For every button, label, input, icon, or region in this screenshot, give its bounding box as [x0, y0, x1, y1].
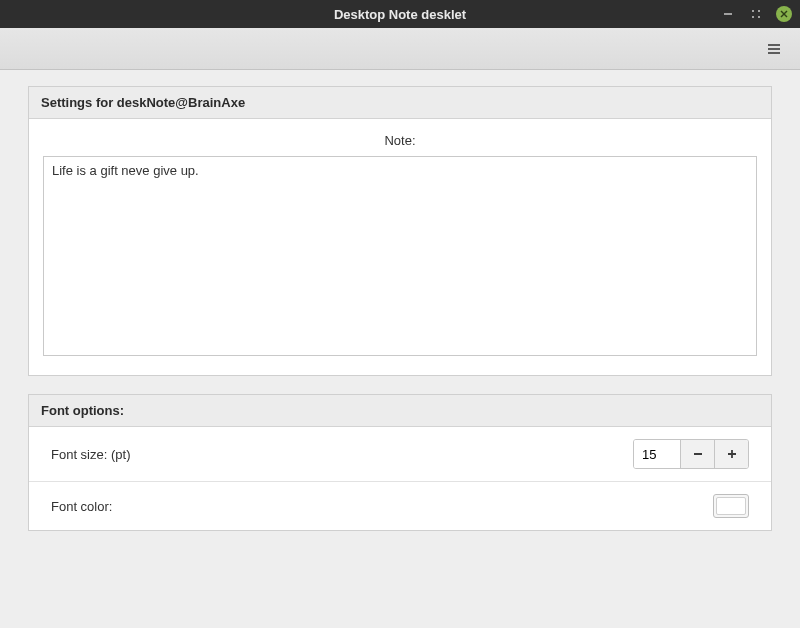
font-options-panel: Font options: Font size: (pt) Font color…	[28, 394, 772, 531]
font-color-label: Font color:	[51, 499, 713, 514]
settings-panel: Settings for deskNote@BrainAxe Note:	[28, 86, 772, 376]
font-size-stepper	[633, 439, 749, 469]
font-color-button[interactable]	[713, 494, 749, 518]
maximize-button[interactable]	[748, 6, 764, 22]
font-size-row: Font size: (pt)	[29, 427, 771, 481]
note-textarea[interactable]	[43, 156, 757, 356]
menu-icon[interactable]	[762, 37, 786, 61]
svg-point-2	[758, 10, 760, 12]
note-section: Note:	[29, 119, 771, 375]
font-options-header: Font options:	[29, 395, 771, 427]
svg-point-1	[752, 10, 754, 12]
window-title: Desktop Note desklet	[334, 7, 466, 22]
window-controls	[720, 0, 792, 28]
settings-panel-header: Settings for deskNote@BrainAxe	[29, 87, 771, 119]
toolbar	[0, 28, 800, 70]
svg-point-3	[752, 16, 754, 18]
font-size-increment[interactable]	[714, 440, 748, 468]
titlebar: Desktop Note desklet	[0, 0, 800, 28]
font-size-label: Font size: (pt)	[51, 447, 633, 462]
font-size-decrement[interactable]	[680, 440, 714, 468]
content-area: Settings for deskNote@BrainAxe Note: Fon…	[0, 70, 800, 565]
font-size-input[interactable]	[634, 440, 680, 468]
close-button[interactable]	[776, 6, 792, 22]
note-label: Note:	[43, 129, 757, 156]
minimize-button[interactable]	[720, 6, 736, 22]
font-color-swatch	[716, 497, 746, 515]
svg-point-4	[758, 16, 760, 18]
font-color-row: Font color:	[29, 481, 771, 530]
